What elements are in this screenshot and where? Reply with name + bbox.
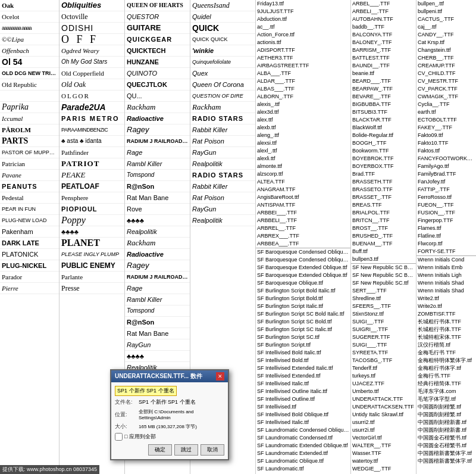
list-item[interactable]: Radioactive (125, 249, 190, 260)
list-item[interactable]: 金梅行书.TTF (416, 372, 476, 380)
list-item[interactable]: BITSUBI3.TTF (351, 108, 416, 116)
list-item[interactable]: SF Burlington Script Italic.ttf (256, 303, 350, 310)
list-item[interactable]: Quex (190, 68, 255, 79)
list-item[interactable]: Fingerpop.TTF (416, 217, 476, 224)
list-item[interactable]: Realpolitik (125, 226, 190, 238)
list-item[interactable]: Parade2UA (60, 102, 124, 113)
list-item[interactable]: watertoy.ttf (351, 457, 416, 465)
list-item[interactable]: CHERB__.TTF (416, 54, 476, 62)
list-item[interactable]: Cat Krsp.ttf (416, 39, 476, 46)
list-item[interactable]: PARTS (0, 136, 59, 147)
list-item[interactable]: ARBREX___.TTF (256, 232, 350, 240)
dialog-checkbox-row[interactable]: □ 应用到全部 (115, 433, 224, 441)
list-item[interactable]: BUENAM__.TTF (351, 240, 416, 248)
list-item[interactable]: Wrenn Initials Ligh (416, 272, 476, 279)
list-item[interactable]: BRASSET_.TTF (351, 194, 416, 201)
list-item[interactable]: FORTY-SE.TTF (416, 248, 476, 255)
list-item[interactable]: alexis_.ttf (256, 101, 350, 108)
list-item[interactable]: R@nSon (125, 317, 190, 328)
list-item[interactable]: Rambl Killer (125, 158, 190, 170)
list-item[interactable]: ARBEL___.TTF (351, 0, 416, 8)
list-item[interactable]: BEARPAW_.TTF (351, 85, 416, 93)
list-item[interactable]: Offenbach (0, 45, 59, 57)
list-item[interactable]: Tenderlf.ttf (351, 364, 416, 372)
list-item[interactable]: SF Laundromatic Oblique.ttf (256, 457, 350, 465)
list-item[interactable]: BREAS.TTF (351, 201, 416, 209)
list-item[interactable]: UNDERATTACK.TTF (351, 395, 416, 403)
list-item[interactable]: SF Baroquesque Condensed Oblique.ttf (256, 256, 350, 264)
list-item[interactable]: SF Intellivised.ttf (256, 403, 350, 411)
list-item[interactable]: Brad.TTF (351, 170, 416, 178)
list-item[interactable]: Pathfinder (60, 147, 124, 158)
list-item[interactable]: Changstein.ttf (416, 46, 476, 54)
list-item[interactable]: alexli.ttf (256, 155, 350, 163)
list-item[interactable]: UJACEZ.TTF (351, 380, 416, 388)
list-item[interactable]: BOYEBROK.TTF (351, 155, 416, 163)
list-item[interactable]: SF Baroquesque Oblique.ttf (256, 279, 350, 287)
list-item[interactable]: 长城特粗宋体.TTF (416, 333, 476, 341)
list-item[interactable]: Rambl Killer (125, 294, 190, 305)
list-item[interactable]: ♣♣♣♣ (125, 215, 190, 226)
list-item[interactable]: 毛泽东字体.com (416, 388, 476, 395)
list-item[interactable]: Ocelot (0, 11, 59, 23)
list-item[interactable]: Wrenn Initials Shad (416, 287, 476, 295)
list-item[interactable]: PEAR IN FUN (0, 204, 59, 215)
list-item[interactable]: ALBORN_.TTF (256, 93, 350, 101)
list-item[interactable]: O F F (60, 34, 124, 45)
list-item[interactable]: QUICKGEAR (125, 34, 190, 45)
list-item[interactable]: UNDERATTACKSEN.TTF (351, 403, 416, 411)
list-item[interactable]: SUIGI___.TTF (351, 341, 416, 349)
list-item[interactable]: BROST__.TTF (351, 224, 416, 232)
list-item[interactable]: SF Laundromatic.ttf (256, 465, 350, 473)
list-item[interactable]: FUSION__.TTF (416, 209, 476, 217)
list-item[interactable]: aleng_.ttf (256, 132, 350, 139)
list-item[interactable]: SF Intellivised Italic.ttf (256, 380, 350, 388)
list-item[interactable]: Wrenn Initials Emb (416, 264, 476, 272)
list-item[interactable]: SUIGI__.TTF (351, 318, 416, 326)
list-item[interactable]: CV_MESTR.TTF (416, 77, 476, 85)
list-item[interactable]: FamilyAgo.ttf (416, 163, 476, 170)
list-item[interactable]: Wrenn Initials Cond (416, 256, 476, 264)
dialog-checkbox[interactable] (115, 433, 123, 441)
list-item[interactable]: Pensphere (60, 192, 124, 204)
list-item[interactable]: Iccumal (0, 113, 59, 124)
list-item[interactable]: Rove (125, 204, 190, 215)
list-item[interactable]: BATTLEST.TTF (351, 54, 416, 62)
list-item[interactable]: DARK LATE (0, 238, 59, 249)
list-item[interactable]: 金梅粗行书体字.ttf (416, 364, 476, 372)
list-item[interactable]: BOYERBOX.TTF (351, 163, 416, 170)
list-item[interactable]: BARRISM_.TTF (351, 46, 416, 54)
list-item[interactable]: Action_Force.ttf (256, 31, 350, 39)
list-item[interactable]: CACTUS_.TTF (416, 15, 476, 23)
list-item[interactable]: Rat Poison (190, 136, 255, 147)
list-item[interactable]: Old Republic (0, 79, 59, 91)
list-item[interactable]: SF New Republic SC.ttf (351, 279, 416, 287)
list-item[interactable]: QUECJTLOK (125, 79, 190, 91)
list-item[interactable]: FAKEY__.TTF (416, 124, 476, 132)
list-item[interactable]: QUICK (190, 23, 255, 34)
list-item[interactable]: 长城粗行书体.TTF (416, 318, 476, 326)
dialog-skip-button[interactable]: 跳过 (174, 444, 198, 456)
list-item[interactable]: PIOPIOUL (60, 204, 124, 215)
list-item[interactable]: QueensIsand (190, 0, 255, 11)
list-item[interactable]: FUEON__.TTF (416, 201, 476, 209)
list-item[interactable]: Rage (125, 147, 190, 158)
list-item[interactable]: Pierre (0, 283, 59, 294)
dialog-cancel-button[interactable]: 取消 (201, 444, 224, 456)
list-item[interactable]: CREAMUP.TTF (416, 62, 476, 70)
list-item[interactable]: SF Intellivised Extended.ttf (256, 372, 350, 380)
list-item[interactable]: alexb.ttf (256, 124, 350, 132)
list-item[interactable]: 长城粗行书体.TTF (416, 326, 476, 333)
list-item[interactable]: Rat Poison (190, 192, 255, 204)
list-item[interactable]: Radioactive (125, 113, 190, 124)
list-item[interactable]: QUICK QUICK (190, 34, 255, 45)
list-item[interactable]: earth.ttf (416, 108, 476, 116)
list-item[interactable]: HUNZANE (125, 57, 190, 68)
list-item[interactable]: Quinquefoliolate (190, 57, 255, 68)
list-item[interactable]: RADIO STARS (190, 170, 255, 181)
list-item[interactable]: SF Burlington Script.ttf (256, 341, 350, 349)
list-item[interactable]: 金梅粗特明体繁体字.ttf (416, 357, 476, 364)
list-item[interactable]: bullpeni.ttf (416, 8, 476, 15)
list-item[interactable]: Rackham (125, 102, 190, 113)
list-item[interactable]: ANTISPAM.TTF (256, 201, 350, 209)
